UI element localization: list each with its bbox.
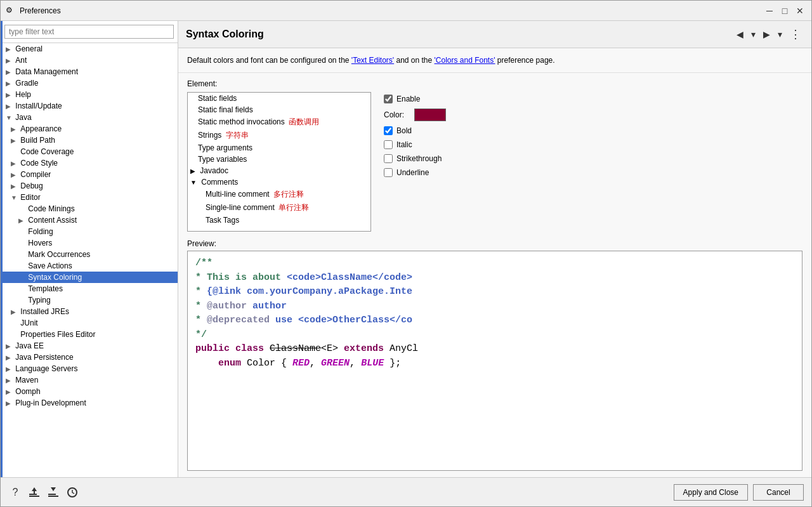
minimize-button[interactable]: ─ [763,4,776,17]
sidebar-item-java-ee[interactable]: ▶ Java EE [1,340,178,352]
sidebar-item-language-servers[interactable]: ▶ Language Servers [1,363,178,374]
sidebar-item-gradle[interactable]: ▶ Gradle [1,77,178,89]
element-list-container: Static fields Static final fields Static… [187,92,371,232]
enable-row: Enable [384,95,446,103]
sidebar-item-label: Gradle [15,79,38,88]
sidebar-item-install-update[interactable]: ▶ Install/Update [1,100,178,112]
sidebar-item-debug[interactable]: ▶ Debug [1,180,178,192]
sidebar-item-syntax-coloring[interactable]: Syntax Coloring [1,272,178,283]
color-swatch[interactable] [414,109,446,121]
list-item[interactable]: Static fields [188,93,370,104]
sidebar-item-content-assist[interactable]: ▶ Content Assist [1,214,178,226]
search-input[interactable] [4,25,174,39]
comment-text: * [195,315,207,326]
panel-header: Syntax Coloring ◀ ▾ ▶ ▾ ⋮ [178,21,811,48]
element-label: Element: [187,79,217,88]
cancel-button[interactable]: Cancel [753,484,804,501]
sidebar-item-folding[interactable]: Folding [1,226,178,237]
sidebar-item-save-actions[interactable]: Save Actions [1,260,178,272]
italic-checkbox[interactable] [384,140,393,149]
export-icon[interactable] [46,485,60,499]
keyword: public [195,343,230,354]
expand-icon [18,228,26,235]
sidebar-item-code-coverage[interactable]: Code Coverage [1,146,178,157]
sidebar-item-compiler[interactable]: ▶ Compiler [1,169,178,180]
list-item[interactable]: Strings 字符串 [188,129,370,142]
back-button[interactable]: ◀ [734,28,746,41]
sidebar-item-label: Properties Files Editor [20,330,95,339]
bold-label: Bold [396,126,412,135]
code-text [230,343,235,354]
sidebar-item-help[interactable]: ▶ Help [1,89,178,100]
sidebar-item-installed-jres[interactable]: ▶ Installed JREs [1,306,178,317]
sidebar-item-code-style[interactable]: ▶ Code Style [1,157,178,169]
svg-rect-4 [48,494,56,495]
sidebar-item-appearance[interactable]: ▶ Appearance [1,123,178,135]
comments-group[interactable]: ▼ Comments [188,176,370,188]
comment-text: * [195,286,207,297]
italic-label: Italic [396,140,412,149]
text-editors-link[interactable]: 'Text Editors' [351,56,394,65]
expand-icon: ▼ [190,179,197,186]
expand-icon: ▶ [11,126,18,133]
expand-icon [18,206,26,213]
sidebar-item-data-management[interactable]: ▶ Data Management [1,66,178,77]
close-button[interactable]: ✕ [794,4,806,17]
sidebar-item-junit[interactable]: JUnit [1,317,178,329]
forward-dropdown-button[interactable]: ▾ [775,28,785,41]
javadoc-group[interactable]: ▶ Javadoc [188,165,370,176]
import-icon[interactable] [27,485,41,499]
help-icon[interactable]: ? [8,485,22,499]
sidebar-item-label: Save Actions [28,261,72,270]
right-panel: Syntax Coloring ◀ ▾ ▶ ▾ ⋮ Default colors… [178,21,811,477]
maximize-button[interactable]: □ [778,4,791,17]
sidebar-item-hovers[interactable]: Hovers [1,237,178,249]
apply-close-button[interactable]: Apply and Close [674,484,748,501]
chinese-label: 字符串 [226,131,249,140]
sidebar-item-java-persistence[interactable]: ▶ Java Persistence [1,352,178,363]
sidebar-item-build-path[interactable]: ▶ Build Path [1,135,178,146]
sidebar-item-code-minings[interactable]: Code Minings [1,203,178,214]
sidebar-item-maven[interactable]: ▶ Maven [1,374,178,386]
list-item[interactable]: Multi-line comment 多行注释 [188,188,370,201]
sidebar-item-mark-occurrences[interactable]: Mark Occurrences [1,249,178,260]
sidebar-item-templates[interactable]: Templates [1,283,178,294]
description-suffix: preference page. [497,56,555,65]
list-item[interactable]: Task Tags [188,214,370,226]
list-item[interactable]: Type arguments [188,142,370,154]
sidebar-item-label: Templates [28,284,63,293]
strikethrough-checkbox[interactable] [384,154,393,163]
sidebar-item-plug-in-development[interactable]: ▶ Plug-in Development [1,397,178,409]
list-item[interactable]: Static method invocations 函数调用 [188,115,370,129]
sidebar-item-editor[interactable]: ▼ Editor [1,192,178,203]
menu-button[interactable]: ⋮ [787,26,804,43]
expand-icon: ▶ [11,160,18,167]
svg-rect-5 [48,496,58,497]
preview-line: * {@link com.yourCompany.aPackage.Inte [195,285,794,300]
bottom-icons: ? [8,485,79,499]
list-item[interactable]: Single-line comment 单行注释 [188,201,370,214]
sidebar-item-general[interactable]: ▶ General [1,43,178,55]
sidebar-wrapper: ▶ General ▶ Ant ▶ Data Management ▶ Grad… [1,21,178,477]
forward-button[interactable]: ▶ [761,28,773,41]
element-section: Static fields Static final fields Static… [187,92,802,232]
javadoc-tag: @deprecated [207,315,270,326]
underline-checkbox[interactable] [384,168,393,177]
preview-line: * @author author [195,300,794,314]
color-row: Color: [384,109,446,121]
colors-fonts-link[interactable]: 'Colors and Fonts' [435,56,495,65]
list-item[interactable]: Type variables [188,154,370,165]
enable-checkbox[interactable] [384,95,393,103]
back-dropdown-button[interactable]: ▾ [749,28,758,41]
bold-checkbox[interactable] [384,126,393,135]
description-prefix: Default colors and font can be configure… [187,56,351,65]
restore-icon[interactable] [65,485,79,499]
enum-value: BLUE [361,358,384,369]
sidebar-item-label: General [15,44,43,53]
sidebar-item-properties-files[interactable]: Properties Files Editor [1,329,178,340]
sidebar-item-typing[interactable]: Typing [1,294,178,306]
list-item[interactable]: Static final fields [188,104,370,115]
sidebar-item-ant[interactable]: ▶ Ant [1,55,178,66]
sidebar-item-oomph[interactable]: ▶ Oomph [1,386,178,397]
sidebar-item-java[interactable]: ▼ Java [1,112,178,123]
